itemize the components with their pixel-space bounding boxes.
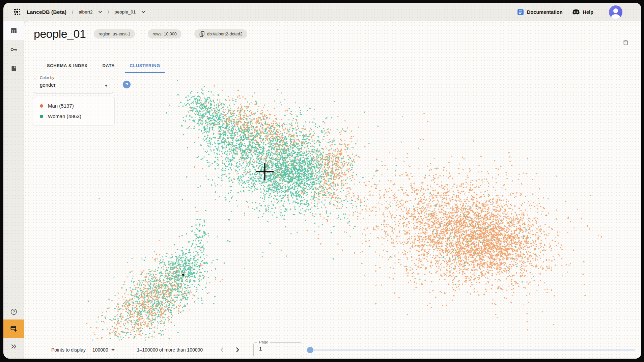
expand-sidebar-icon [10, 343, 18, 350]
next-page-button[interactable] [233, 345, 242, 354]
legend-item-man: Man (5137) [32, 101, 114, 111]
add-table-button[interactable] [3, 319, 24, 338]
lancedb-logo-icon [13, 8, 21, 16]
app-window: LanceDB (Beta) / albert2 / people_01 Doc… [3, 3, 641, 359]
breadcrumb-separator: / [108, 9, 109, 15]
avatar-head [613, 8, 618, 13]
db-uri-badge[interactable]: db://albert2-doted2 [194, 29, 247, 38]
table-header: people_01 region: us-east-1 rows: 10,000… [34, 27, 247, 40]
tab-data[interactable]: DATA [95, 59, 122, 73]
help-link[interactable]: Help [572, 9, 593, 15]
tab-schema-index[interactable]: SCHEMA & INDEX [39, 59, 95, 73]
sidebar-item-tables[interactable] [3, 21, 24, 40]
badges: region: us-east-1 rows: 10,000 db://albe… [94, 29, 247, 38]
chevron-down-icon[interactable] [141, 10, 145, 13]
help-label: Help [583, 9, 593, 15]
color-by-select[interactable]: Color by gender [34, 78, 113, 93]
points-to-display-label: Points to display [51, 347, 86, 353]
discord-icon [572, 9, 580, 15]
notebook-icon [10, 65, 18, 72]
top-bar: LanceDB (Beta) / albert2 / people_01 Doc… [3, 3, 641, 21]
slider-thumb[interactable] [307, 347, 313, 353]
chevron-down-icon[interactable] [98, 10, 102, 13]
woman-color-dot [40, 115, 43, 118]
legend-label: Man (5137) [48, 103, 74, 109]
dropdown-caret-icon [105, 85, 108, 87]
points-count-value: 100000 [92, 347, 108, 353]
delete-table-button[interactable] [622, 39, 629, 46]
man-color-dot [40, 104, 43, 108]
copy-icon[interactable] [199, 31, 205, 37]
region-badge: region: us-east-1 [94, 29, 135, 38]
sidebar-item-notebooks[interactable] [3, 59, 24, 78]
sidebar-item-api-keys[interactable] [3, 40, 24, 59]
main-panel: people_01 region: us-east-1 rows: 10,000… [24, 21, 641, 359]
sidebar-help-button[interactable]: ? [3, 305, 24, 319]
brand-title: LanceDB (Beta) [27, 9, 66, 15]
color-by-value: gender [40, 82, 56, 88]
rows-badge: rows: 10,000 [148, 29, 181, 38]
clustering-help-icon[interactable]: ? [123, 81, 131, 88]
svg-text:?: ? [13, 310, 15, 314]
documentation-link[interactable]: Documentation [517, 9, 563, 16]
range-text: 1–100000 of more than 100000 [137, 347, 203, 353]
chevron-right-icon [235, 347, 240, 353]
tab-clustering[interactable]: CLUSTERING [122, 59, 168, 73]
add-table-icon [10, 325, 18, 333]
breadcrumb-project[interactable]: albert2 [79, 9, 92, 15]
slider-track[interactable] [308, 350, 635, 351]
prev-page-button[interactable] [218, 345, 226, 354]
chevron-left-icon [220, 347, 224, 353]
legend-label: Woman (4863) [48, 113, 81, 119]
page-label: Page [257, 340, 270, 344]
page-input-field: Page [253, 342, 302, 357]
key-icon [10, 46, 18, 53]
help-circle-icon: ? [10, 308, 18, 316]
legend: Man (5137) Woman (4863) [32, 97, 115, 126]
avatar[interactable] [609, 5, 622, 19]
page-slider [307, 346, 635, 353]
pagination-bar: Points to display 100000 1–100000 of mor… [24, 341, 641, 359]
avatar-body [611, 14, 620, 19]
page-title: people_01 [34, 27, 86, 40]
sidebar: ? [3, 21, 24, 359]
color-by-label: Color by [38, 76, 56, 80]
sidebar-bottom: ? [3, 305, 24, 354]
topbar-actions: Documentation Help [517, 3, 622, 21]
doc-icon [517, 9, 524, 16]
breadcrumb-table[interactable]: people_01 [114, 9, 136, 15]
points-count-select[interactable]: 100000 [92, 347, 115, 353]
page-input[interactable] [258, 345, 297, 352]
breadcrumb-separator: / [72, 9, 73, 15]
expand-sidebar-button[interactable] [3, 339, 24, 354]
table-icon [10, 27, 18, 34]
breadcrumb: LanceDB (Beta) / albert2 / people_01 [3, 8, 145, 16]
documentation-label: Documentation [527, 9, 563, 15]
legend-item-woman: Woman (4863) [32, 111, 114, 121]
tab-bar: SCHEMA & INDEX DATA CLUSTERING [39, 59, 168, 73]
dropdown-caret-icon [111, 349, 115, 351]
